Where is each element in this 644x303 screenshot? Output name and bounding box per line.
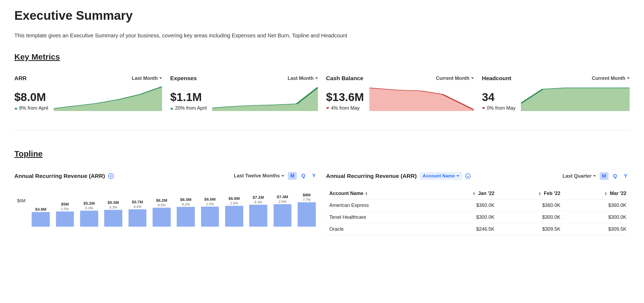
metric-value: $8.0M (14, 91, 48, 104)
bar[interactable] (56, 211, 74, 227)
bar[interactable] (298, 202, 316, 227)
bar-pct-label: 2.9% (230, 201, 238, 205)
metric-period-select[interactable]: Current Month (592, 76, 630, 81)
table-row[interactable]: Tenet Healthcare$300.0K$300.0K$300.0K (326, 211, 630, 223)
col-label: Account Name (329, 191, 363, 196)
granularity-y[interactable]: Y (622, 172, 630, 180)
cell-value: $246.5K (432, 223, 498, 235)
granularity-q[interactable]: Q (611, 172, 619, 180)
bar-pct-label: 5.3% (109, 205, 117, 209)
metric-period-select[interactable]: Last Month (288, 76, 318, 81)
bar[interactable] (225, 206, 243, 227)
table-col-header[interactable]: Jan '22 (432, 188, 498, 200)
metric-title: Headcount (482, 75, 511, 82)
bar[interactable] (177, 207, 195, 227)
metric-card: Headcount Current Month 34 0% from May (482, 75, 630, 111)
cell-value: $360.0K (498, 200, 564, 211)
section-topline: Topline (14, 149, 630, 158)
bar[interactable] (201, 207, 219, 227)
bar-pct-label: 5.3% (85, 206, 93, 210)
metric-delta-text: 0% from May (487, 105, 515, 111)
bar-pct-label: 2.5% (61, 207, 69, 211)
granularity-y[interactable]: Y (310, 172, 318, 180)
arr-table-title: Annual Recurring Revenue (ARR) (326, 173, 417, 179)
bar[interactable] (153, 208, 171, 227)
table-col-header[interactable]: Account Name (326, 188, 432, 200)
cell-account-name: American Express (326, 200, 432, 211)
bar-wrap: $6.6M 1.5% (199, 197, 221, 227)
table-col-header[interactable]: Mar '22 (564, 188, 630, 200)
account-name-filter[interactable]: Account Name (420, 172, 462, 180)
bar-value-label: $6.5M (180, 197, 192, 202)
metric-value: $13.6M (326, 91, 364, 104)
bar-wrap: $8M 7.7% (295, 193, 318, 227)
granularity-m[interactable]: M (288, 172, 297, 180)
arr-table: Account Name Jan '22 Feb '22 Mar '22 Ame… (326, 188, 630, 235)
arr-chart-panel: Annual Recurring Revenue (ARR) + Last Tw… (14, 172, 318, 235)
bar-pct-label: 2.9% (278, 200, 287, 204)
metric-delta: 0% from May (482, 105, 515, 111)
bar-wrap: $7.4M 2.9% (271, 194, 294, 227)
bar-value-label: $6.6M (204, 197, 216, 201)
granularity-q[interactable]: Q (299, 172, 308, 180)
bar-pct-label: 4.4% (133, 205, 142, 209)
metric-title: ARR (14, 75, 27, 82)
cell-value: $309.5K (564, 223, 630, 235)
metric-value: $1.1M (170, 91, 207, 104)
caret-down-icon (471, 77, 474, 79)
arr-chart-head: Annual Recurring Revenue (ARR) + Last Tw… (14, 172, 318, 180)
bar-value-label: $6.2M (156, 198, 167, 203)
arr-bar-chart: $6M $4.8M $5M 2.5% $5.2M 5.3% $5.5M 5.3%… (14, 187, 318, 227)
metric-delta-text: 20% from April (175, 105, 207, 111)
table-row[interactable]: American Express$360.0K$360.0K$360.0K (326, 200, 630, 211)
bar-value-label: $6.8M (228, 196, 240, 201)
bar-value-label: $7.2M (253, 195, 264, 200)
arr-table-head: Annual Recurring Revenue (ARR) Account N… (326, 172, 630, 180)
caret-down-icon (315, 77, 318, 79)
table-header-row: Account Name Jan '22 Feb '22 Mar '22 (326, 188, 630, 200)
bar-pct-label: 4.2% (182, 202, 190, 206)
sort-icon (538, 192, 541, 196)
delta-down-icon (482, 107, 485, 109)
cell-value: $360.0K (564, 200, 630, 211)
bar-wrap: $5.7M 4.4% (126, 200, 149, 227)
sparkline (521, 85, 630, 111)
metric-card: Cash Balance Current Month $13.6M 4% fro… (326, 75, 474, 111)
bar-pct-label: 1.5% (206, 202, 214, 206)
metric-delta: 4% from May (326, 105, 364, 111)
caret-down-icon (456, 175, 459, 177)
metric-period-select[interactable]: Last Month (132, 76, 162, 81)
granularity-m[interactable]: M (600, 172, 609, 180)
arr-chart-range-select[interactable]: Last Twelve Months (234, 173, 284, 179)
bar-wrap: $4.8M (29, 207, 52, 227)
metric-period-label: Last Month (288, 76, 314, 81)
add-filter-button[interactable]: + (465, 173, 471, 179)
bar[interactable] (104, 210, 122, 227)
table-body: American Express$360.0K$360.0K$360.0KTen… (326, 200, 630, 235)
bar-wrap: $6.2M 8.5% (150, 198, 173, 227)
bar[interactable] (129, 209, 147, 227)
bar[interactable] (249, 205, 267, 227)
bar[interactable] (32, 212, 50, 227)
arr-table-range-select[interactable]: Last Quarter (563, 173, 596, 179)
cell-value: $300.0K (498, 211, 564, 223)
cell-value: $300.0K (564, 211, 630, 223)
bar-wrap: $6.5M 4.2% (175, 197, 197, 227)
table-row[interactable]: Oracle$246.5K$309.5K$309.5K (326, 223, 630, 235)
bar[interactable] (80, 211, 98, 227)
delta-down-icon (326, 107, 329, 109)
caret-down-icon (627, 77, 630, 79)
table-col-header[interactable]: Feb '22 (498, 188, 564, 200)
metric-period-label: Current Month (592, 76, 625, 81)
page-subtitle: This template gives an Executive Summary… (14, 32, 630, 39)
metrics-row: ARR Last Month $8.0M 8% from April (14, 75, 630, 130)
metric-period-select[interactable]: Current Month (436, 76, 474, 81)
metric-card: ARR Last Month $8.0M 8% from April (14, 75, 162, 111)
sparkline (212, 85, 318, 111)
metric-title: Expenses (170, 75, 197, 82)
topline-row: Annual Recurring Revenue (ARR) + Last Tw… (14, 172, 630, 235)
bar-value-label: $5.7M (132, 200, 143, 204)
bar-value-label: $5.2M (83, 201, 95, 206)
add-metric-button[interactable]: + (108, 173, 114, 179)
bar[interactable] (274, 204, 292, 227)
